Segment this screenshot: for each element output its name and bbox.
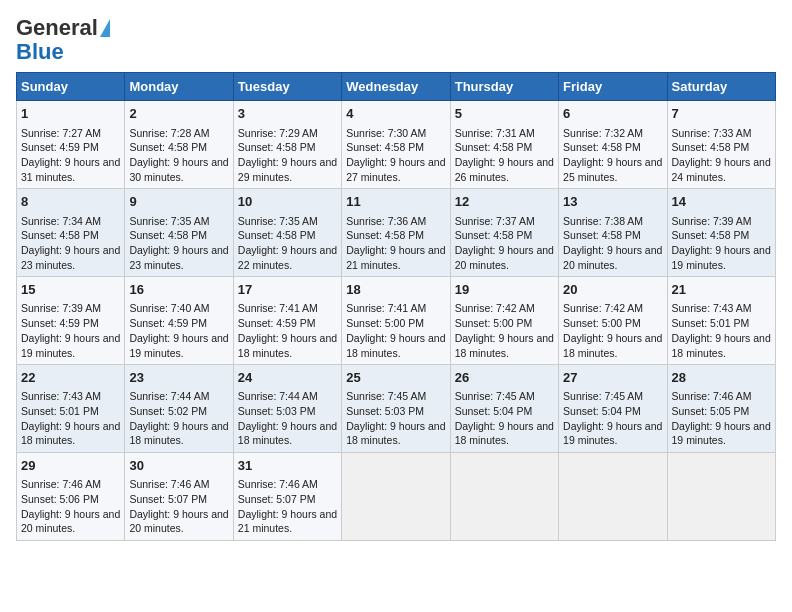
daylight-text: Daylight: 9 hours and 19 minutes. bbox=[563, 420, 662, 447]
sunset-text: Sunset: 4:58 PM bbox=[238, 141, 316, 153]
day-number: 27 bbox=[563, 369, 662, 387]
calendar-week-row: 29Sunrise: 7:46 AMSunset: 5:06 PMDayligh… bbox=[17, 453, 776, 541]
day-number: 6 bbox=[563, 105, 662, 123]
sunset-text: Sunset: 5:01 PM bbox=[21, 405, 99, 417]
day-number: 10 bbox=[238, 193, 337, 211]
sunset-text: Sunset: 4:59 PM bbox=[238, 317, 316, 329]
sunset-text: Sunset: 5:03 PM bbox=[238, 405, 316, 417]
calendar-cell: 20Sunrise: 7:42 AMSunset: 5:00 PMDayligh… bbox=[559, 277, 667, 365]
daylight-text: Daylight: 9 hours and 20 minutes. bbox=[563, 244, 662, 271]
column-header-tuesday: Tuesday bbox=[233, 73, 341, 101]
daylight-text: Daylight: 9 hours and 18 minutes. bbox=[455, 420, 554, 447]
calendar-cell: 24Sunrise: 7:44 AMSunset: 5:03 PMDayligh… bbox=[233, 365, 341, 453]
day-number: 28 bbox=[672, 369, 771, 387]
sunset-text: Sunset: 4:58 PM bbox=[238, 229, 316, 241]
sunset-text: Sunset: 4:58 PM bbox=[129, 141, 207, 153]
calendar-cell: 13Sunrise: 7:38 AMSunset: 4:58 PMDayligh… bbox=[559, 189, 667, 277]
calendar-cell: 10Sunrise: 7:35 AMSunset: 4:58 PMDayligh… bbox=[233, 189, 341, 277]
daylight-text: Daylight: 9 hours and 18 minutes. bbox=[455, 332, 554, 359]
daylight-text: Daylight: 9 hours and 30 minutes. bbox=[129, 156, 228, 183]
sunset-text: Sunset: 4:58 PM bbox=[346, 141, 424, 153]
calendar-cell: 26Sunrise: 7:45 AMSunset: 5:04 PMDayligh… bbox=[450, 365, 558, 453]
daylight-text: Daylight: 9 hours and 18 minutes. bbox=[238, 420, 337, 447]
sunrise-text: Sunrise: 7:46 AM bbox=[129, 478, 209, 490]
calendar-cell: 18Sunrise: 7:41 AMSunset: 5:00 PMDayligh… bbox=[342, 277, 450, 365]
daylight-text: Daylight: 9 hours and 18 minutes. bbox=[346, 332, 445, 359]
logo-text-blue: Blue bbox=[16, 39, 64, 64]
column-header-monday: Monday bbox=[125, 73, 233, 101]
sunrise-text: Sunrise: 7:27 AM bbox=[21, 127, 101, 139]
sunrise-text: Sunrise: 7:37 AM bbox=[455, 215, 535, 227]
sunset-text: Sunset: 5:06 PM bbox=[21, 493, 99, 505]
sunrise-text: Sunrise: 7:36 AM bbox=[346, 215, 426, 227]
sunset-text: Sunset: 5:04 PM bbox=[455, 405, 533, 417]
calendar-table: SundayMondayTuesdayWednesdayThursdayFrid… bbox=[16, 72, 776, 541]
daylight-text: Daylight: 9 hours and 20 minutes. bbox=[129, 508, 228, 535]
calendar-week-row: 1Sunrise: 7:27 AMSunset: 4:59 PMDaylight… bbox=[17, 101, 776, 189]
daylight-text: Daylight: 9 hours and 18 minutes. bbox=[563, 332, 662, 359]
daylight-text: Daylight: 9 hours and 31 minutes. bbox=[21, 156, 120, 183]
sunrise-text: Sunrise: 7:42 AM bbox=[563, 302, 643, 314]
sunrise-text: Sunrise: 7:43 AM bbox=[672, 302, 752, 314]
sunrise-text: Sunrise: 7:40 AM bbox=[129, 302, 209, 314]
daylight-text: Daylight: 9 hours and 22 minutes. bbox=[238, 244, 337, 271]
sunset-text: Sunset: 4:59 PM bbox=[21, 317, 99, 329]
day-number: 29 bbox=[21, 457, 120, 475]
day-number: 31 bbox=[238, 457, 337, 475]
column-header-saturday: Saturday bbox=[667, 73, 775, 101]
sunset-text: Sunset: 5:00 PM bbox=[346, 317, 424, 329]
calendar-cell: 11Sunrise: 7:36 AMSunset: 4:58 PMDayligh… bbox=[342, 189, 450, 277]
sunrise-text: Sunrise: 7:31 AM bbox=[455, 127, 535, 139]
day-number: 30 bbox=[129, 457, 228, 475]
sunrise-text: Sunrise: 7:45 AM bbox=[563, 390, 643, 402]
sunrise-text: Sunrise: 7:43 AM bbox=[21, 390, 101, 402]
sunset-text: Sunset: 4:58 PM bbox=[21, 229, 99, 241]
sunset-text: Sunset: 4:58 PM bbox=[672, 141, 750, 153]
sunrise-text: Sunrise: 7:45 AM bbox=[455, 390, 535, 402]
day-number: 1 bbox=[21, 105, 120, 123]
calendar-cell: 2Sunrise: 7:28 AMSunset: 4:58 PMDaylight… bbox=[125, 101, 233, 189]
sunset-text: Sunset: 4:58 PM bbox=[672, 229, 750, 241]
day-number: 12 bbox=[455, 193, 554, 211]
sunset-text: Sunset: 4:58 PM bbox=[455, 141, 533, 153]
day-number: 7 bbox=[672, 105, 771, 123]
calendar-cell: 28Sunrise: 7:46 AMSunset: 5:05 PMDayligh… bbox=[667, 365, 775, 453]
calendar-cell: 9Sunrise: 7:35 AMSunset: 4:58 PMDaylight… bbox=[125, 189, 233, 277]
day-number: 21 bbox=[672, 281, 771, 299]
day-number: 26 bbox=[455, 369, 554, 387]
sunset-text: Sunset: 5:07 PM bbox=[238, 493, 316, 505]
calendar-cell: 16Sunrise: 7:40 AMSunset: 4:59 PMDayligh… bbox=[125, 277, 233, 365]
day-number: 17 bbox=[238, 281, 337, 299]
calendar-cell bbox=[559, 453, 667, 541]
calendar-cell: 21Sunrise: 7:43 AMSunset: 5:01 PMDayligh… bbox=[667, 277, 775, 365]
sunset-text: Sunset: 5:07 PM bbox=[129, 493, 207, 505]
daylight-text: Daylight: 9 hours and 29 minutes. bbox=[238, 156, 337, 183]
calendar-cell: 7Sunrise: 7:33 AMSunset: 4:58 PMDaylight… bbox=[667, 101, 775, 189]
sunrise-text: Sunrise: 7:46 AM bbox=[21, 478, 101, 490]
day-number: 11 bbox=[346, 193, 445, 211]
calendar-cell: 4Sunrise: 7:30 AMSunset: 4:58 PMDaylight… bbox=[342, 101, 450, 189]
daylight-text: Daylight: 9 hours and 18 minutes. bbox=[21, 420, 120, 447]
day-number: 19 bbox=[455, 281, 554, 299]
sunset-text: Sunset: 5:04 PM bbox=[563, 405, 641, 417]
sunset-text: Sunset: 4:58 PM bbox=[563, 229, 641, 241]
sunrise-text: Sunrise: 7:39 AM bbox=[672, 215, 752, 227]
calendar-cell: 27Sunrise: 7:45 AMSunset: 5:04 PMDayligh… bbox=[559, 365, 667, 453]
day-number: 22 bbox=[21, 369, 120, 387]
daylight-text: Daylight: 9 hours and 20 minutes. bbox=[455, 244, 554, 271]
sunset-text: Sunset: 4:59 PM bbox=[21, 141, 99, 153]
calendar-cell bbox=[342, 453, 450, 541]
daylight-text: Daylight: 9 hours and 19 minutes. bbox=[672, 420, 771, 447]
logo-triangle-icon bbox=[100, 19, 110, 37]
calendar-cell bbox=[450, 453, 558, 541]
logo-text-general: General bbox=[16, 16, 98, 40]
calendar-cell: 15Sunrise: 7:39 AMSunset: 4:59 PMDayligh… bbox=[17, 277, 125, 365]
daylight-text: Daylight: 9 hours and 20 minutes. bbox=[21, 508, 120, 535]
day-number: 5 bbox=[455, 105, 554, 123]
sunrise-text: Sunrise: 7:39 AM bbox=[21, 302, 101, 314]
day-number: 16 bbox=[129, 281, 228, 299]
calendar-header-row: SundayMondayTuesdayWednesdayThursdayFrid… bbox=[17, 73, 776, 101]
daylight-text: Daylight: 9 hours and 19 minutes. bbox=[672, 244, 771, 271]
column-header-friday: Friday bbox=[559, 73, 667, 101]
calendar-cell: 3Sunrise: 7:29 AMSunset: 4:58 PMDaylight… bbox=[233, 101, 341, 189]
